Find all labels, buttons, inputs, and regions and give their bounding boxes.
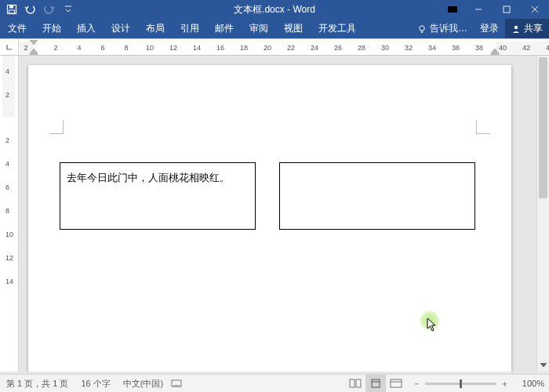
textbox-1[interactable]: 去年今日此门中，人面桃花相映红。 [60, 162, 256, 230]
textbox-2[interactable] [279, 162, 475, 230]
textbox-1-text: 去年今日此门中，人面桃花相映红。 [67, 172, 230, 183]
svg-rect-18 [372, 379, 380, 387]
status-page[interactable]: 第 1 页，共 1 页 [0, 378, 75, 390]
tab-design[interactable]: 设计 [104, 19, 138, 38]
ruler-row: 2 2 4 6 8 10 12 14 16 18 20 22 24 26 28 … [0, 38, 549, 56]
right-indent[interactable] [491, 49, 499, 55]
zoom-out-button[interactable]: － [411, 378, 422, 389]
redo-button[interactable] [42, 2, 56, 16]
tab-file[interactable]: 文件 [0, 19, 35, 38]
ribbon-display-options[interactable] [441, 5, 464, 13]
undo-icon [24, 4, 37, 15]
status-language[interactable]: 中文(中国) [117, 378, 169, 390]
view-print-layout[interactable] [365, 375, 386, 392]
tab-review[interactable]: 审阅 [242, 19, 276, 38]
share-button[interactable]: 共享 [505, 19, 549, 38]
save-button[interactable] [5, 2, 19, 16]
svg-rect-4 [448, 6, 457, 13]
svg-rect-16 [350, 379, 354, 387]
save-icon [6, 4, 17, 15]
svg-rect-17 [356, 379, 361, 387]
signin-button[interactable]: 登录 [474, 19, 505, 38]
ribbon-options-icon [447, 5, 458, 13]
maximize-icon [502, 5, 511, 14]
vertical-ruler[interactable]: 4 2 2 4 6 8 10 12 14 [0, 56, 19, 372]
tab-insert[interactable]: 插入 [69, 19, 104, 38]
maximize-button[interactable] [493, 0, 521, 19]
svg-rect-1 [9, 5, 13, 9]
svg-point-13 [514, 25, 518, 28]
undo-button[interactable] [24, 2, 38, 16]
tab-developer[interactable]: 开发工具 [311, 19, 364, 38]
svg-rect-7 [504, 6, 510, 13]
zoom-percent[interactable]: 100% [514, 379, 549, 388]
svg-point-10 [420, 25, 424, 30]
tab-selector-icon [5, 43, 13, 51]
svg-rect-20 [391, 379, 402, 387]
vertical-scrollbar[interactable] [536, 56, 549, 372]
zoom-slider[interactable] [425, 383, 496, 385]
content-area: 4 2 2 4 6 8 10 12 14 去年今日此门中，人面桃花相映红。 [0, 56, 549, 372]
mouse-cursor-highlight [419, 310, 441, 332]
status-bar: 第 1 页，共 1 页 16 个字 中文(中国) － ＋ 100% [0, 374, 549, 392]
titlebar: 文本框.docx - Word [0, 0, 549, 19]
svg-rect-2 [9, 10, 15, 13]
hanging-indent[interactable] [30, 49, 38, 55]
scrollbar-thumb[interactable] [539, 57, 547, 198]
cursor-icon [427, 318, 438, 332]
first-line-indent[interactable] [30, 40, 38, 46]
tab-layout[interactable]: 布局 [138, 19, 173, 38]
redo-icon [44, 4, 55, 15]
tell-me-label: 告诉我… [430, 22, 467, 35]
zoom-in-button[interactable]: ＋ [499, 378, 510, 389]
quick-access-toolbar [0, 2, 75, 16]
close-button[interactable] [521, 0, 549, 19]
tab-home[interactable]: 开始 [35, 19, 69, 38]
status-ime-button[interactable] [169, 379, 184, 388]
minimize-button[interactable] [464, 0, 493, 19]
ribbon-tabs: 文件 开始 插入 设计 布局 引用 邮件 审阅 视图 开发工具 告诉我… 登录 … [0, 19, 549, 38]
tab-view[interactable]: 视图 [276, 19, 311, 38]
status-word-count[interactable]: 16 个字 [75, 378, 116, 390]
share-label: 共享 [524, 22, 543, 35]
horizontal-ruler[interactable]: 2 2 4 6 8 10 12 14 16 18 20 22 24 26 28 … [19, 39, 549, 55]
view-read-mode[interactable] [345, 375, 365, 392]
zoom-control: － ＋ [406, 378, 514, 389]
document-scroll-area[interactable]: 去年今日此门中，人面桃花相映红。 [19, 56, 549, 372]
qat-customize[interactable] [61, 2, 75, 16]
zoom-thumb[interactable] [460, 379, 462, 388]
tab-mailings[interactable]: 邮件 [207, 19, 242, 38]
page[interactable]: 去年今日此门中，人面桃花相映红。 [28, 65, 511, 372]
margin-mark-tr [476, 120, 490, 134]
margin-mark-tl [49, 120, 64, 134]
close-icon [530, 5, 540, 14]
tell-me-box[interactable]: 告诉我… [411, 19, 474, 38]
ruler-corner[interactable] [0, 39, 19, 55]
ime-icon [171, 379, 182, 388]
share-person-icon [511, 24, 521, 34]
tab-references[interactable]: 引用 [173, 19, 207, 38]
window-controls [441, 0, 549, 19]
scroll-down-button[interactable] [537, 359, 549, 372]
chevron-down-icon [64, 5, 72, 14]
lightbulb-icon [417, 24, 427, 34]
minimize-icon [474, 5, 483, 14]
view-web-layout[interactable] [386, 375, 406, 392]
